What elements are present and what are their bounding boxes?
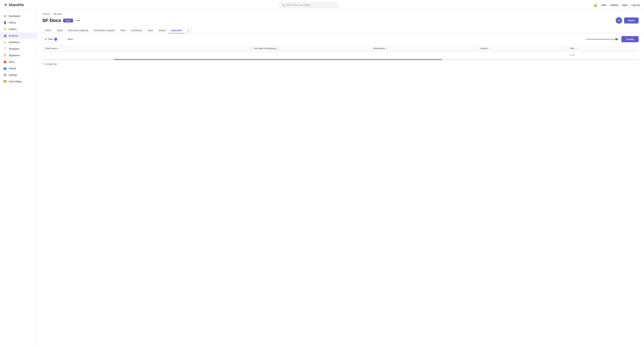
horizontal-scrollbar[interactable] (42, 59, 639, 60)
search-icon: 🔍 (282, 4, 285, 6)
toolbar: ⊟ Filter 0 ⋮ More (37, 34, 644, 45)
more-options-button[interactable]: ••• (75, 18, 81, 23)
col-header-due-date[interactable]: Due date (mm/dd/yyyy) ∨ (251, 45, 370, 52)
create-button-area: Create (621, 36, 639, 42)
top-header: ✳ ShareFile 🔍 Search files and folders 🔔… (0, 0, 644, 10)
logo: ✳ ShareFile (4, 3, 24, 7)
filter-count-badge: 0 (54, 38, 57, 41)
breadcrumb-separator: › (52, 13, 52, 15)
sidebar-item-client-billing[interactable]: 💳 Client billing (0, 78, 37, 85)
chevron-right-icon: › (33, 61, 33, 63)
notification-bell-icon[interactable]: 🔔 (594, 3, 597, 7)
create-area: ⊟ Filter 0 ⋮ More (37, 34, 644, 45)
more-label: More (68, 38, 73, 40)
sidebar-item-label: People (9, 67, 16, 70)
sidebar-item-inbox[interactable]: 📥 Inbox › (0, 58, 37, 65)
sidebar-item-label: Workflows (9, 41, 20, 44)
tab-document-requests[interactable]: Document requests (65, 28, 91, 34)
sort-icon: ∨ (278, 48, 279, 50)
tab-information-requests[interactable]: Information requests (91, 28, 118, 34)
breadcrumb-parent[interactable]: Projects (42, 13, 50, 15)
sidebar-item-people[interactable]: 👥 People › (0, 65, 37, 72)
table-header: Client name ∨ Due date (mm/dd/yyyy) ∨ At… (42, 45, 639, 52)
sort-icon: ∨ (386, 48, 388, 50)
toolbar-left: ⊟ Filter 0 ⋮ More (42, 36, 75, 42)
table-row: 🗂 0 (42, 52, 639, 58)
tab-test1[interactable]: Test1 (145, 28, 156, 34)
sidebar-item-dashboard[interactable]: ⊞ Dashboard (0, 13, 37, 19)
sidebar-item-label: Templates (9, 48, 20, 50)
people-icon: 👥 (3, 67, 7, 70)
main-content: Projects › SF Docs SF Docs Open ••• TC S… (37, 10, 644, 346)
projects-icon: ▣ (3, 34, 7, 37)
col-header-actions[interactable]: Actions ∨ (478, 45, 567, 52)
col-header-attachments[interactable]: Attachments ∨ (370, 45, 478, 52)
share-button[interactable]: Share (624, 18, 639, 24)
sidebar-item-signatures[interactable]: ✏️ Signatures (0, 52, 37, 58)
sidebar-item-label: Dashboard (9, 15, 20, 18)
dashboard-icon: ⊞ (3, 14, 7, 18)
filter-button[interactable]: ⊟ Filter 0 (42, 36, 60, 42)
tab-events[interactable]: Events (156, 28, 168, 34)
status-badge: Open (63, 18, 73, 22)
create-row-button[interactable]: + Create row (37, 60, 644, 68)
sidebar-item-workflows[interactable]: ⚡ Workflows › (0, 39, 37, 46)
cell-files: 🗂 0 (567, 52, 639, 58)
inbox-icon: 📥 (3, 60, 7, 64)
chevron-right-icon: › (33, 74, 33, 76)
apps-link[interactable]: Apps (622, 4, 628, 6)
templates-icon: 📄 (3, 47, 7, 50)
catalog-link[interactable]: Catalog (610, 4, 618, 6)
client-billing-icon: 💳 (3, 80, 7, 83)
breadcrumb-current: SF Docs (54, 13, 62, 15)
create-button[interactable]: Create (621, 36, 639, 42)
app-name: ShareFile (9, 3, 24, 7)
tabs: Home Tasks Document requests Information… (37, 25, 644, 34)
scrollbar-thumb[interactable] (114, 59, 442, 60)
search-bar[interactable]: 🔍 Search files and folders (278, 2, 339, 8)
plus-icon: + (42, 62, 44, 66)
more-filter-button[interactable]: ⋮ More (62, 37, 75, 42)
logout-link[interactable]: Log Out (632, 4, 640, 6)
col-header-files[interactable]: Files ∨ (567, 45, 639, 52)
cell-due-date (251, 52, 370, 58)
sidebar: ⊞ Dashboard 👤 Clients 📁 Folders › ▣ Proj… (0, 10, 37, 346)
tab-home[interactable]: Home (42, 28, 54, 34)
sidebar-item-templates[interactable]: 📄 Templates (0, 46, 37, 52)
sidebar-item-label: Client billing (9, 80, 21, 83)
layout: ⊞ Dashboard 👤 Clients 📁 Folders › ▣ Proj… (0, 10, 644, 346)
sidebar-item-label: Settings (9, 74, 17, 76)
data-table: Client name ∨ Due date (mm/dd/yyyy) ∨ At… (42, 45, 639, 58)
sidebar-item-label: Clients (9, 21, 16, 24)
sidebar-item-label: Projects (9, 34, 18, 37)
sidebar-item-folders[interactable]: 📁 Folders › (0, 26, 37, 32)
page-header-right: TC Share (616, 17, 639, 24)
cell-client-name (42, 52, 251, 58)
chevron-right-icon: › (33, 67, 33, 70)
sidebar-item-clients[interactable]: 👤 Clients (0, 19, 37, 26)
page-header: SF Docs Open ••• TC Share (37, 15, 644, 24)
file-attachment-icon: 🗂 (570, 54, 572, 56)
sort-icon: ∨ (58, 48, 59, 50)
clients-icon: 👤 (3, 21, 7, 24)
breadcrumb: Projects › SF Docs (37, 10, 644, 15)
settings-icon: ⚙️ (3, 73, 7, 76)
tab-important[interactable]: Important (168, 28, 185, 34)
sort-icon: ∨ (489, 48, 490, 50)
help-link[interactable]: Help (601, 4, 606, 6)
signatures-icon: ✏️ (3, 54, 7, 57)
sidebar-item-projects[interactable]: ▣ Projects (0, 32, 37, 39)
sidebar-item-settings[interactable]: ⚙️ Settings › (0, 72, 37, 78)
table-body: 🗂 0 (42, 52, 639, 58)
more-dots-icon: ⋮ (65, 38, 67, 40)
folders-icon: 📁 (3, 28, 7, 31)
table-container: Client name ∨ Due date (mm/dd/yyyy) ∨ At… (37, 45, 644, 60)
create-row-label: Create row (46, 63, 57, 66)
add-tab-button[interactable]: + (186, 28, 191, 33)
files-count: 0 (573, 54, 574, 56)
tab-tasks[interactable]: Tasks (54, 28, 65, 34)
tab-files[interactable]: Files (118, 28, 128, 34)
sidebar-item-label: Inbox (9, 60, 14, 63)
col-header-client-name[interactable]: Client name ∨ (42, 45, 251, 52)
tab-comments[interactable]: Comments (128, 28, 145, 34)
